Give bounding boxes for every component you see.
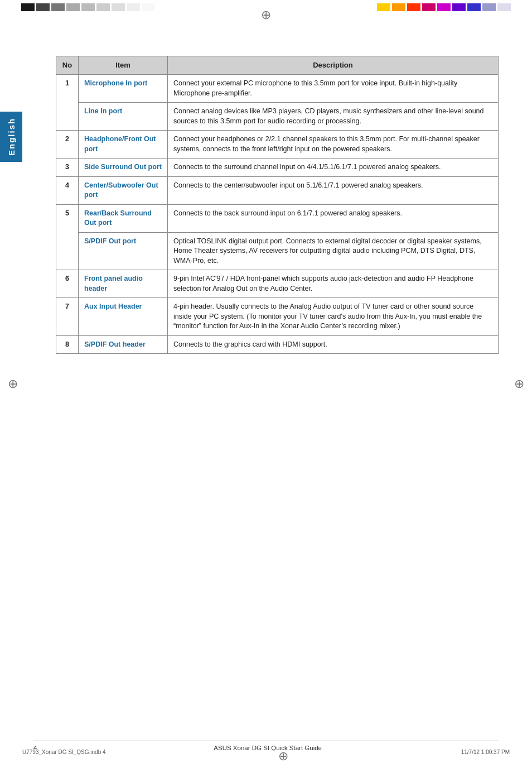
color-block-r8 (482, 3, 496, 11)
header-no: No (56, 56, 79, 75)
row-number-3: 3 (56, 159, 79, 177)
item-name-cell: Headphone/Front Out port (79, 131, 168, 159)
item-description: Connects to the back surround input on 6… (168, 204, 499, 232)
specs-table: No Item Description 1 Microphone In port… (56, 56, 499, 354)
table-row: 5 Rear/Back Surround Out port Connects t… (56, 204, 499, 232)
item-label: Rear/Back Surround Out port (84, 209, 152, 227)
item-label: Aux Input Header (84, 303, 142, 310)
row-number-1: 1 (56, 75, 79, 131)
crosshair-right (514, 377, 524, 391)
item-name-cell: S/PDIF Out header (79, 335, 168, 354)
item-description: Optical TOSLINK digital output port. Con… (168, 232, 499, 270)
color-block-r4 (422, 3, 436, 11)
item-name-cell: S/PDIF Out port (79, 232, 168, 270)
bottom-info-bar: U7793_Xonar DG SI_QSG.indb 4 11/7/12 1:0… (22, 749, 510, 764)
row-number-4: 4 (56, 176, 79, 204)
item-description: Connects to the center/subwoofer input o… (168, 176, 499, 204)
table-row: 7 Aux Input Header 4-pin header. Usually… (56, 298, 499, 336)
header-description: Description (168, 56, 499, 75)
color-block-8 (127, 3, 140, 11)
item-label: S/PDIF Out header (84, 340, 146, 348)
color-block-9 (142, 3, 155, 11)
table-row: Line In port Connect analog devices like… (56, 103, 499, 131)
color-block-2 (36, 3, 50, 11)
item-name-cell: Center/Subwoofer Out port (79, 176, 168, 204)
item-label: Center/Subwoofer Out port (84, 181, 158, 199)
crosshair-bottom-center (278, 749, 288, 764)
item-name-cell: Aux Input Header (79, 298, 168, 336)
table-row: 6 Front panel audio header 9-pin Intel A… (56, 270, 499, 298)
item-label: Headphone/Front Out port (84, 135, 156, 153)
color-block-r1 (377, 3, 390, 11)
color-block-r3 (407, 3, 420, 11)
row-number-6: 6 (56, 270, 79, 298)
table-row: 2 Headphone/Front Out port Connect your … (56, 131, 499, 159)
item-description: Connect analog devices like MP3 players,… (168, 103, 499, 131)
color-block-6 (96, 3, 110, 11)
color-block-5 (81, 3, 95, 11)
item-label: S/PDIF Out port (84, 237, 136, 245)
item-name-cell: Side Surround Out port (79, 159, 168, 177)
color-block-4 (66, 3, 80, 11)
item-name-cell: Line In port (79, 103, 168, 131)
table-row: 3 Side Surround Out port Connects to the… (56, 159, 499, 177)
item-description: Connect your headphones or 2/2.1 channel… (168, 131, 499, 159)
item-description: Connect your external PC microphone to t… (168, 75, 499, 103)
row-number-5: 5 (56, 204, 79, 270)
color-block-7 (112, 3, 125, 11)
item-label: Side Surround Out port (84, 163, 162, 171)
color-block-r9 (497, 3, 511, 11)
color-block-r6 (452, 3, 466, 11)
table-row: 1 Microphone In port Connect your extern… (56, 75, 499, 103)
sidebar-language-label: English (0, 112, 22, 162)
color-block-r5 (437, 3, 451, 11)
color-block-1 (21, 3, 35, 11)
item-label: Front panel audio header (84, 275, 143, 292)
file-info: U7793_Xonar DG SI_QSG.indb 4 (22, 749, 106, 764)
item-name-cell: Front panel audio header (79, 270, 168, 298)
item-description: 4-pin header. Usually connects to the An… (168, 298, 499, 336)
date-info: 11/7/12 1:00:37 PM (461, 749, 510, 764)
header-item: Item (79, 56, 168, 75)
color-block-r7 (467, 3, 481, 11)
item-label: Microphone In port (84, 79, 147, 87)
item-name-cell: Microphone In port (79, 75, 168, 103)
main-content: No Item Description 1 Microphone In port… (56, 56, 499, 723)
item-name-cell: Rear/Back Surround Out port (79, 204, 168, 232)
item-description: Connects to the graphics card with HDMI … (168, 335, 499, 354)
row-number-7: 7 (56, 298, 79, 336)
color-block-3 (51, 3, 65, 11)
item-description: 9-pin Intel AC'97 / HDA front-panel whic… (168, 270, 499, 298)
item-description: Connects to the surround channel input o… (168, 159, 499, 177)
table-row: S/PDIF Out port Optical TOSLINK digital … (56, 232, 499, 270)
table-row: 4 Center/Subwoofer Out port Connects to … (56, 176, 499, 204)
table-header-row: No Item Description (56, 56, 499, 75)
color-block-r2 (392, 3, 405, 11)
item-label: Line In port (84, 107, 122, 115)
row-number-2: 2 (56, 131, 79, 159)
crosshair-left (8, 377, 18, 391)
crosshair-top (261, 8, 271, 22)
table-row: 8 S/PDIF Out header Connects to the grap… (56, 335, 499, 354)
row-number-8: 8 (56, 335, 79, 354)
